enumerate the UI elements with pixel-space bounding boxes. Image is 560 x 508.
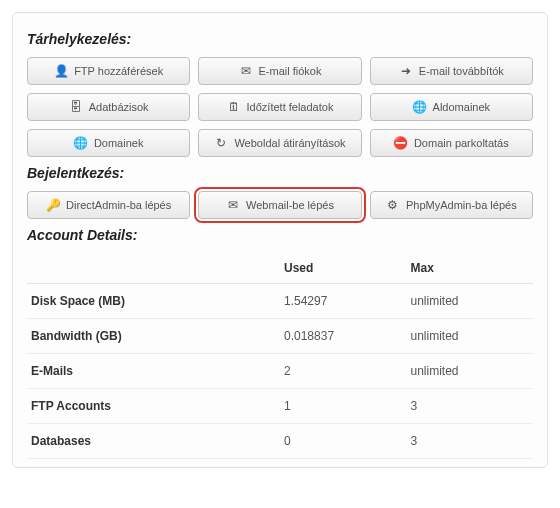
row-used: 1.54297 (280, 284, 407, 319)
row-used: 1 (280, 389, 407, 424)
row-used: 2 (280, 354, 407, 389)
mail-icon: ✉ (226, 198, 240, 212)
main-panel: Tárhelykezelés: 👤 FTP hozzáférések ✉ E-m… (12, 12, 548, 468)
clock-icon: 🗓 (227, 100, 241, 114)
databases-label: Adatbázisok (89, 101, 149, 113)
reload-icon: ↻ (214, 136, 228, 150)
row-max: 3 (407, 389, 534, 424)
email-accounts-label: E-mail fiókok (259, 65, 322, 77)
webmail-label: Webmail-be lépés (246, 199, 334, 211)
storage-row-2: 🌐 Domainek ↻ Weboldal átirányítások ⛔ Do… (27, 129, 533, 157)
domains-button[interactable]: 🌐 Domainek (27, 129, 190, 157)
redirects-button[interactable]: ↻ Weboldal átirányítások (198, 129, 361, 157)
row-used: 0.018837 (280, 319, 407, 354)
row-label: Databases (27, 424, 280, 459)
email-accounts-button[interactable]: ✉ E-mail fiókok (198, 57, 361, 85)
directadmin-label: DirectAdmin-ba lépés (66, 199, 171, 211)
row-max: 3 (407, 424, 534, 459)
login-title: Bejelentkezés: (27, 165, 533, 181)
ftp-button[interactable]: 👤 FTP hozzáférések (27, 57, 190, 85)
row-max: unlimited (407, 284, 534, 319)
parking-button[interactable]: ⛔ Domain parkoltatás (370, 129, 533, 157)
user-icon: 👤 (54, 64, 68, 78)
directadmin-login-button[interactable]: 🔑 DirectAdmin-ba lépés (27, 191, 190, 219)
email-forwarders-label: E-mail továbbítók (419, 65, 504, 77)
forward-icon: ➜ (399, 64, 413, 78)
table-row: Databases 0 3 (27, 424, 533, 459)
webmail-login-button[interactable]: ✉ Webmail-be lépés (198, 191, 361, 219)
table-row: E-Mails 2 unlimited (27, 354, 533, 389)
row-label: FTP Accounts (27, 389, 280, 424)
row-label: E-Mails (27, 354, 280, 389)
mail-icon: ✉ (239, 64, 253, 78)
park-icon: ⛔ (394, 136, 408, 150)
phpmyadmin-login-button[interactable]: ⚙ PhpMyAdmin-ba lépés (370, 191, 533, 219)
email-forwarders-button[interactable]: ➜ E-mail továbbítók (370, 57, 533, 85)
storage-row-0: 👤 FTP hozzáférések ✉ E-mail fiókok ➜ E-m… (27, 57, 533, 85)
globe-icon: 🌐 (413, 100, 427, 114)
col-empty (27, 253, 280, 284)
databases-button[interactable]: 🗄 Adatbázisok (27, 93, 190, 121)
col-max: Max (407, 253, 534, 284)
key-icon: 🔑 (46, 198, 60, 212)
login-row: 🔑 DirectAdmin-ba lépés ✉ Webmail-be lépé… (27, 191, 533, 219)
globe-icon: 🌐 (74, 136, 88, 150)
storage-title: Tárhelykezelés: (27, 31, 533, 47)
row-used: 0 (280, 424, 407, 459)
row-label: Disk Space (MB) (27, 284, 280, 319)
table-row: Bandwidth (GB) 0.018837 unlimited (27, 319, 533, 354)
cron-label: Időzített feladatok (247, 101, 334, 113)
col-used: Used (280, 253, 407, 284)
row-max: unlimited (407, 354, 534, 389)
redirects-label: Weboldal átirányítások (234, 137, 345, 149)
cron-button[interactable]: 🗓 Időzített feladatok (198, 93, 361, 121)
phpmyadmin-label: PhpMyAdmin-ba lépés (406, 199, 517, 211)
subdomains-label: Aldomainek (433, 101, 490, 113)
domains-label: Domainek (94, 137, 144, 149)
pma-icon: ⚙ (386, 198, 400, 212)
account-table: Used Max Disk Space (MB) 1.54297 unlimit… (27, 253, 533, 459)
table-row: Disk Space (MB) 1.54297 unlimited (27, 284, 533, 319)
table-row: FTP Accounts 1 3 (27, 389, 533, 424)
storage-row-1: 🗄 Adatbázisok 🗓 Időzített feladatok 🌐 Al… (27, 93, 533, 121)
row-max: unlimited (407, 319, 534, 354)
db-icon: 🗄 (69, 100, 83, 114)
parking-label: Domain parkoltatás (414, 137, 509, 149)
subdomains-button[interactable]: 🌐 Aldomainek (370, 93, 533, 121)
ftp-label: FTP hozzáférések (74, 65, 163, 77)
row-label: Bandwidth (GB) (27, 319, 280, 354)
account-title: Account Details: (27, 227, 533, 243)
